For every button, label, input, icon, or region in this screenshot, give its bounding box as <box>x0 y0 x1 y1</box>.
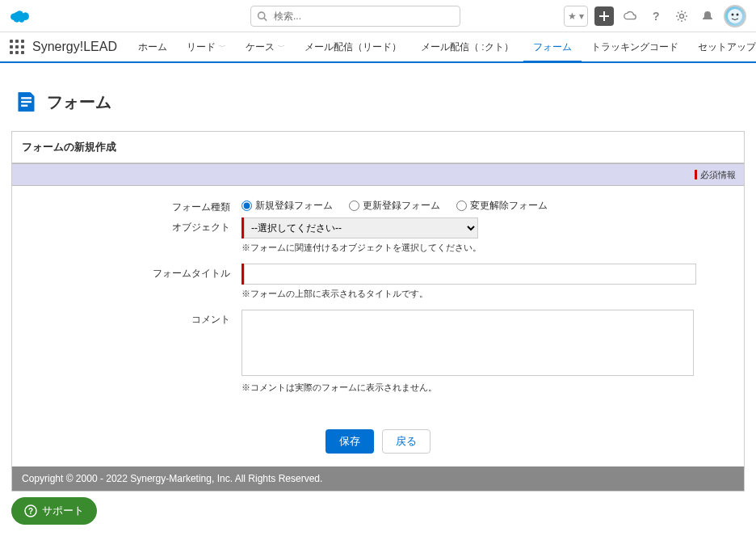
title-input[interactable] <box>244 264 696 285</box>
radio-change[interactable]: 変更解除フォーム <box>456 199 548 213</box>
search-container <box>250 6 460 27</box>
label-object: オブジェクト <box>22 217 242 234</box>
required-marker: --選択してください-- <box>242 217 478 238</box>
nav-bar: Synergy!LEAD ホーム リード﹀ ケース﹀ メール配信（リード） メー… <box>0 32 756 63</box>
comment-textarea[interactable] <box>242 310 694 376</box>
nav-tab-mail-lead[interactable]: メール配信（リード） <box>295 32 411 61</box>
help-comment: ※コメントは実際のフォームに表示されません。 <box>242 382 734 394</box>
form-panel: フォームの新規作成 必須情報 フォーム種類 新規登録フォーム 更新登録フォーム … <box>11 131 745 492</box>
app-launcher-icon <box>10 40 24 54</box>
back-button[interactable]: 戻る <box>382 429 430 454</box>
nav-tab-label: セットアップ <box>698 40 756 54</box>
page-title-row: フォーム <box>11 84 745 131</box>
radio-label: 新規登録フォーム <box>255 199 333 213</box>
nav-tab-label: ホーム <box>138 40 167 54</box>
nav-tab-tracking[interactable]: トラッキングコード <box>582 32 688 61</box>
nav-tab-label: ケース <box>246 40 275 54</box>
help-title: ※フォームの上部に表示されるタイトルです。 <box>242 288 734 300</box>
chevron-down-icon: ﹀ <box>278 42 285 53</box>
top-header: ★ ▾ ? <box>0 0 756 32</box>
label-title: フォームタイトル <box>22 264 242 281</box>
help-object: ※フォームに関連付けるオブジェクトを選択してください。 <box>242 242 734 254</box>
nav-tab-label: メール配信（リード） <box>304 40 401 54</box>
required-bar-icon <box>695 170 697 179</box>
form-body: フォーム種類 新規登録フォーム 更新登録フォーム 変更解除フォーム オブジェクト… <box>12 186 744 416</box>
nav-tabs: ホーム リード﹀ ケース﹀ メール配信（リード） メール配信（ :クト） フォー… <box>128 32 756 61</box>
nav-tab-home[interactable]: ホーム <box>128 32 177 61</box>
nav-tab-label: リード <box>187 40 216 54</box>
footer: Copyright © 2000 - 2022 Synergy-Marketin… <box>12 466 744 491</box>
svg-point-3 <box>680 14 684 18</box>
radio-input[interactable] <box>242 200 252 211</box>
nav-tab-label: メール配信（ :クト） <box>421 40 514 54</box>
svg-rect-8 <box>21 101 32 103</box>
nav-tab-mail-contact[interactable]: メール配信（ :クト） <box>411 32 523 61</box>
app-name: Synergy!LEAD <box>32 40 117 54</box>
bell-icon[interactable] <box>698 6 717 26</box>
row-title: フォームタイトル ※フォームの上部に表示されるタイトルです。 <box>22 264 734 306</box>
search-icon <box>257 11 267 21</box>
search-input[interactable] <box>250 6 460 27</box>
radio-new[interactable]: 新規登録フォーム <box>242 199 333 213</box>
header-actions: ★ ▾ ? <box>564 5 746 27</box>
svg-point-0 <box>258 12 265 19</box>
save-button[interactable]: 保存 <box>326 429 374 454</box>
panel-header: フォームの新規作成 <box>12 132 744 163</box>
help-icon[interactable]: ? <box>646 6 666 26</box>
svg-point-6 <box>737 13 739 15</box>
row-form-type: フォーム種類 新規登録フォーム 更新登録フォーム 変更解除フォーム <box>22 197 734 214</box>
row-comment: コメント ※コメントは実際のフォームに表示されません。 <box>22 310 734 400</box>
page-content: フォーム フォームの新規作成 必須情報 フォーム種類 新規登録フォーム 更新登録… <box>0 63 756 492</box>
row-object: オブジェクト --選択してください-- ※フォームに関連付けるオブジェクトを選択… <box>22 217 734 260</box>
nav-tab-lead[interactable]: リード﹀ <box>177 32 236 61</box>
button-row: 保存 戻る <box>12 416 744 466</box>
radio-group-form-type: 新規登録フォーム 更新登録フォーム 変更解除フォーム <box>242 197 734 213</box>
svg-line-1 <box>264 18 267 20</box>
radio-label: 変更解除フォーム <box>470 199 548 213</box>
nav-tab-form[interactable]: フォーム <box>523 32 582 61</box>
svg-point-5 <box>732 13 734 15</box>
radio-input[interactable] <box>456 200 467 211</box>
page-title: フォーム <box>47 91 111 113</box>
chevron-down-icon: ﹀ <box>219 42 226 53</box>
gear-icon[interactable] <box>672 6 691 26</box>
add-icon[interactable] <box>594 6 614 26</box>
required-marker <box>242 264 696 285</box>
label-comment: コメント <box>22 310 242 327</box>
nav-tab-label: フォーム <box>533 40 572 54</box>
radio-input[interactable] <box>349 200 359 211</box>
label-form-type: フォーム種類 <box>22 197 242 214</box>
svg-point-4 <box>728 9 742 23</box>
nav-tab-label: トラッキングコード <box>591 40 678 54</box>
svg-rect-7 <box>21 97 32 99</box>
nav-tab-case[interactable]: ケース﹀ <box>236 32 295 61</box>
svg-text:?: ? <box>653 10 660 23</box>
form-icon <box>15 91 37 113</box>
cloud-icon[interactable] <box>620 6 640 26</box>
nav-tab-setup[interactable]: セットアップ <box>688 32 756 61</box>
radio-update[interactable]: 更新登録フォーム <box>349 199 440 213</box>
app-launcher[interactable]: Synergy!LEAD <box>10 32 128 61</box>
user-avatar[interactable] <box>724 5 746 27</box>
salesforce-logo <box>10 8 32 24</box>
favorites-button[interactable]: ★ ▾ <box>564 6 588 27</box>
svg-rect-9 <box>21 105 27 107</box>
required-label: 必須情報 <box>700 169 736 181</box>
object-select[interactable]: --選択してください-- <box>244 217 478 238</box>
required-strip: 必須情報 <box>12 163 744 186</box>
radio-label: 更新登録フォーム <box>363 199 440 213</box>
